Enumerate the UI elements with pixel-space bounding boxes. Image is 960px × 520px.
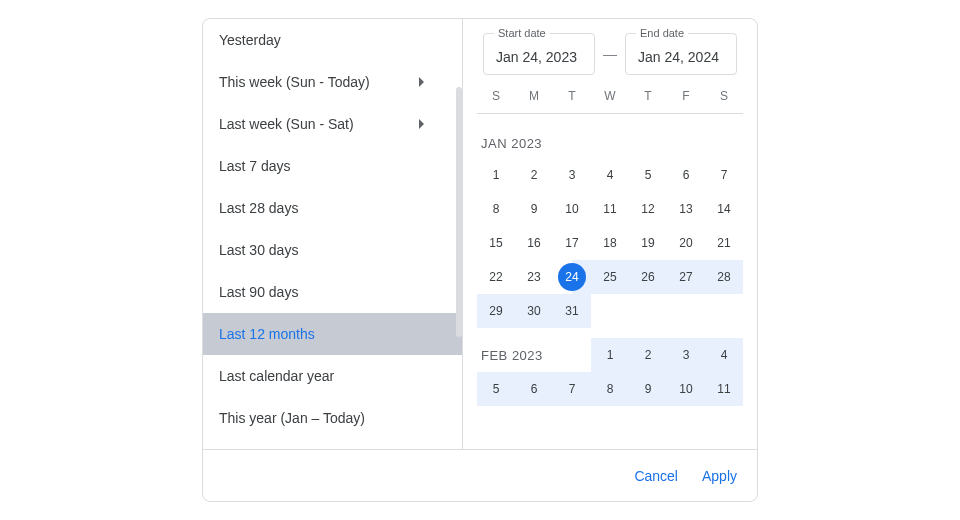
day-number: 2 [645, 348, 652, 362]
end-date-label: End date [636, 27, 688, 39]
day-cell[interactable]: 13 [667, 192, 705, 226]
day-cell[interactable]: 31 [553, 294, 591, 328]
day-cell[interactable]: 3 [667, 338, 705, 372]
preset-label: Last 90 days [219, 284, 446, 300]
day-number: 22 [489, 270, 502, 284]
day-number: 31 [565, 304, 578, 318]
day-number: 27 [679, 270, 692, 284]
preset-item[interactable]: Last week (Sun - Sat) [203, 103, 462, 145]
weekday-header: SMTWTFS [477, 89, 743, 114]
weekday-label: S [705, 89, 743, 103]
day-cell[interactable]: 9 [629, 372, 667, 406]
preset-item[interactable]: Last calendar year [203, 355, 462, 397]
preset-label: This year (Jan – Today) [219, 410, 446, 426]
day-cell[interactable]: 1 [477, 158, 515, 192]
day-cell[interactable]: 1 [591, 338, 629, 372]
end-date-field[interactable]: End date Jan 24, 2024 [625, 33, 737, 75]
day-cell[interactable]: 10 [553, 192, 591, 226]
main-area: YesterdayThis week (Sun - Today)Last wee… [203, 19, 757, 449]
day-cell[interactable]: 24 [553, 260, 591, 294]
day-cell[interactable]: 7 [553, 372, 591, 406]
day-cell[interactable]: 23 [515, 260, 553, 294]
day-number: 8 [607, 382, 614, 396]
day-cell[interactable]: 8 [477, 192, 515, 226]
day-cell[interactable]: 7 [705, 158, 743, 192]
day-number: 5 [645, 168, 652, 182]
preset-label: Last 7 days [219, 158, 446, 174]
preset-item[interactable]: Last 7 days [203, 145, 462, 187]
day-number: 6 [531, 382, 538, 396]
day-cell[interactable]: 4 [705, 338, 743, 372]
day-cell[interactable]: 10 [667, 372, 705, 406]
preset-label: Last week (Sun - Sat) [219, 116, 419, 132]
day-cell[interactable]: 27 [667, 260, 705, 294]
preset-label: Last 28 days [219, 200, 446, 216]
preset-item[interactable]: Last 12 months [203, 313, 462, 355]
day-cell[interactable]: 16 [515, 226, 553, 260]
day-cell[interactable]: 5 [477, 372, 515, 406]
day-cell[interactable]: 6 [515, 372, 553, 406]
day-cell[interactable]: 11 [705, 372, 743, 406]
day-cell[interactable]: 11 [591, 192, 629, 226]
date-range-picker: YesterdayThis week (Sun - Today)Last wee… [202, 18, 758, 502]
day-cell[interactable]: 14 [705, 192, 743, 226]
preset-label: Last 12 months [219, 326, 446, 342]
preset-label: This week (Sun - Today) [219, 74, 419, 90]
cancel-button[interactable]: Cancel [634, 468, 678, 484]
day-cell[interactable]: 22 [477, 260, 515, 294]
day-number: 28 [717, 270, 730, 284]
day-number: 4 [607, 168, 614, 182]
day-number: 4 [721, 348, 728, 362]
preset-label: Yesterday [219, 32, 446, 48]
end-date-value: Jan 24, 2024 [638, 49, 719, 65]
day-number: 21 [717, 236, 730, 250]
day-cell[interactable]: 12 [629, 192, 667, 226]
day-cell[interactable]: 3 [553, 158, 591, 192]
day-cell[interactable]: 19 [629, 226, 667, 260]
start-date-field[interactable]: Start date Jan 24, 2023 [483, 33, 595, 75]
day-cell[interactable]: 6 [667, 158, 705, 192]
preset-item[interactable]: Yesterday [203, 19, 462, 61]
chevron-right-icon [419, 119, 424, 129]
presets-scrollbar[interactable] [456, 87, 462, 337]
day-cell[interactable]: 30 [515, 294, 553, 328]
preset-item[interactable]: Last 30 days [203, 229, 462, 271]
day-cell[interactable]: 29 [477, 294, 515, 328]
day-cell[interactable]: 26 [629, 260, 667, 294]
day-cell[interactable]: 21 [705, 226, 743, 260]
day-cell[interactable]: 5 [629, 158, 667, 192]
preset-item[interactable]: Last 28 days [203, 187, 462, 229]
day-number: 25 [603, 270, 616, 284]
weekday-label: W [591, 89, 629, 103]
day-cell[interactable]: 28 [705, 260, 743, 294]
apply-button[interactable]: Apply [702, 468, 737, 484]
day-number: 15 [489, 236, 502, 250]
day-cell[interactable]: 20 [667, 226, 705, 260]
day-number: 9 [645, 382, 652, 396]
day-number: 9 [531, 202, 538, 216]
day-cell[interactable]: 17 [553, 226, 591, 260]
day-cell[interactable]: 15 [477, 226, 515, 260]
day-number: 10 [565, 202, 578, 216]
day-cell[interactable]: 25 [591, 260, 629, 294]
start-date-label: Start date [494, 27, 550, 39]
day-cell[interactable]: 8 [591, 372, 629, 406]
weekday-label: F [667, 89, 705, 103]
day-number: 16 [527, 236, 540, 250]
day-number: 11 [717, 382, 730, 396]
preset-item[interactable]: Last 90 days [203, 271, 462, 313]
preset-item[interactable]: This week (Sun - Today) [203, 61, 462, 103]
day-cell[interactable]: 18 [591, 226, 629, 260]
preset-item[interactable]: This year (Jan – Today) [203, 397, 462, 439]
day-number: 2 [531, 168, 538, 182]
day-cell[interactable]: 4 [591, 158, 629, 192]
month-block: JAN 202312345678910111213141516171819202… [477, 124, 743, 328]
day-cell[interactable]: 2 [515, 158, 553, 192]
day-cell[interactable]: 9 [515, 192, 553, 226]
day-number: 24 [558, 263, 586, 291]
day-number: 26 [641, 270, 654, 284]
day-number: 29 [489, 304, 502, 318]
day-cell[interactable]: 2 [629, 338, 667, 372]
start-date-value: Jan 24, 2023 [496, 49, 577, 65]
day-number: 13 [679, 202, 692, 216]
